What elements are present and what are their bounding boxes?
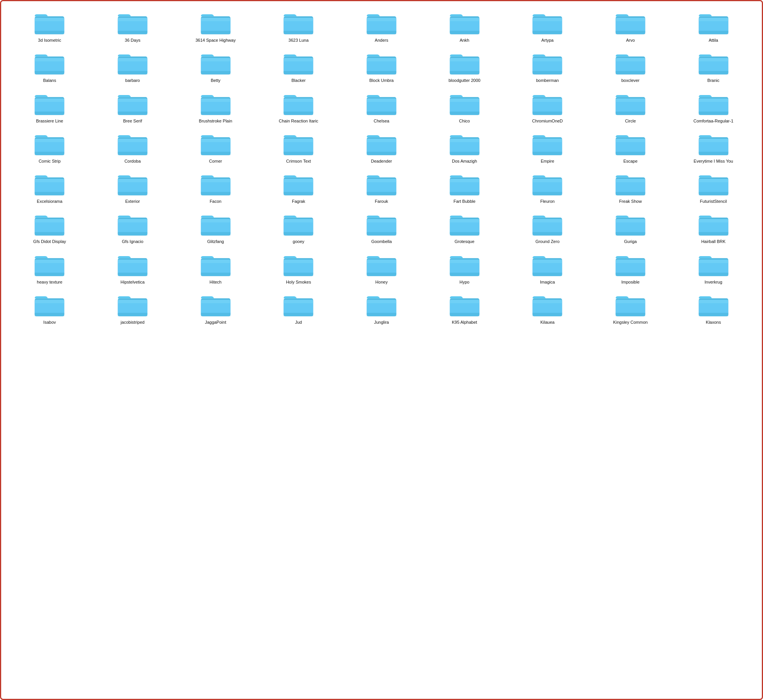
folder-item[interactable]: Excelsiorama [9, 170, 90, 206]
folder-item[interactable]: Empire [507, 130, 588, 166]
folder-icon [698, 92, 729, 117]
svg-rect-42 [118, 58, 147, 61]
svg-rect-115 [118, 152, 147, 155]
folder-item[interactable]: Klaxons [673, 291, 754, 327]
folder-item[interactable]: 3d Isometric [9, 9, 90, 45]
svg-rect-38 [35, 58, 64, 61]
folder-item[interactable]: Fart Bubble [424, 170, 505, 206]
folder-icon [449, 172, 480, 197]
folder-item[interactable]: Brushstroke Plain [175, 90, 256, 126]
folder-icon [34, 132, 65, 157]
folder-item[interactable]: Blacker [258, 49, 339, 85]
folder-item[interactable]: jacobistriped [92, 291, 174, 327]
folder-item[interactable]: 3614 Space Highway [175, 9, 256, 45]
folder-item[interactable]: Comic Strip [9, 130, 90, 166]
folder-item[interactable]: Isabov [9, 291, 90, 327]
folder-item[interactable]: Imposible [590, 251, 671, 287]
folder-icon [117, 132, 148, 157]
folder-item[interactable]: Exterior [92, 170, 174, 206]
folder-item[interactable]: Cordoba [92, 130, 174, 166]
folder-item[interactable]: heavy texture [9, 251, 90, 287]
folder-item[interactable]: Hitech [175, 251, 256, 287]
folder-item[interactable]: gooey [258, 210, 339, 246]
folder-item[interactable]: Kilauea [507, 291, 588, 327]
folder-icon [449, 92, 480, 117]
folder-item[interactable]: Dos Amazigh [424, 130, 505, 166]
folder-item[interactable]: Circle [590, 90, 671, 126]
folder-item[interactable]: Imagica [507, 251, 588, 287]
folder-label: Exterior [125, 199, 140, 204]
folder-label: Ankh [460, 37, 469, 43]
folder-item[interactable]: JaggaPoint [175, 291, 256, 327]
folder-item[interactable]: Arvo [590, 9, 671, 45]
folder-item[interactable]: Branic [673, 49, 754, 85]
folder-item[interactable]: Brassiere Line [9, 90, 90, 126]
folder-item[interactable]: K95 Alphabet [424, 291, 505, 327]
folder-item[interactable]: Hipstelvetica [92, 251, 174, 287]
folder-item[interactable]: Honey [341, 251, 422, 287]
folder-item[interactable]: Fleuron [507, 170, 588, 206]
folder-label: Blacker [291, 78, 306, 83]
folder-label: heavy texture [37, 279, 62, 285]
folder-item[interactable]: Inverkrug [673, 251, 754, 287]
folder-item[interactable]: Crimson Text [258, 130, 339, 166]
folder-item[interactable]: Chico [424, 90, 505, 126]
folder-label: bloodgutter 2000 [448, 78, 480, 83]
svg-rect-6 [118, 18, 147, 21]
folder-item[interactable]: Farouk [341, 170, 422, 206]
folder-item[interactable]: Betty [175, 49, 256, 85]
folder-item[interactable]: ChromiumOneD [507, 90, 588, 126]
folder-item[interactable]: Balans [9, 49, 90, 85]
folder-item[interactable]: Hypo [424, 251, 505, 287]
folder-item[interactable]: Artypa [507, 9, 588, 45]
svg-rect-51 [284, 71, 313, 75]
folder-item[interactable]: Goombella [341, 210, 422, 246]
folder-label: Guriga [624, 239, 637, 244]
folder-label: Inverkrug [705, 279, 722, 285]
folder-item[interactable]: Kingsley Common [590, 291, 671, 327]
folder-item[interactable]: Corner [175, 130, 256, 166]
folder-item[interactable]: Chain Reaction Itaric [258, 90, 339, 126]
folder-item[interactable]: Guriga [590, 210, 671, 246]
folder-item[interactable]: Chelsea [341, 90, 422, 126]
folder-item[interactable]: 3623 Luna [258, 9, 339, 45]
folder-item[interactable]: Comfortaa-Regular-1 [673, 90, 754, 126]
folder-item[interactable]: bomberman [507, 49, 588, 85]
folder-item[interactable]: FuturistStencil [673, 170, 754, 206]
folder-icon [200, 293, 231, 318]
folder-item[interactable]: Escape [590, 130, 671, 166]
folder-item[interactable]: Fagrak [258, 170, 339, 206]
svg-rect-182 [35, 219, 64, 223]
folder-item[interactable]: Junglira [341, 291, 422, 327]
folder-item[interactable]: Anders [341, 9, 422, 45]
folder-icon [200, 51, 231, 76]
folder-item[interactable]: Freak Show [590, 170, 671, 206]
folder-item[interactable]: 36 Days [92, 9, 174, 45]
folder-item[interactable]: Holy Smokes [258, 251, 339, 287]
folder-icon [615, 51, 646, 76]
folder-item[interactable]: Gfs Didot Display [9, 210, 90, 246]
folder-item[interactable]: Grotesque [424, 210, 505, 246]
folder-item[interactable]: Facon [175, 170, 256, 206]
folder-icon [698, 51, 729, 76]
folder-item[interactable]: Block Umbra [341, 49, 422, 85]
folder-item[interactable]: Ankh [424, 9, 505, 45]
folder-item[interactable]: Ground Zero [507, 210, 588, 246]
folder-item[interactable]: Glitzfang [175, 210, 256, 246]
folder-icon [366, 293, 397, 318]
folder-icon [34, 11, 65, 36]
folder-item[interactable]: Gfs Ignacio [92, 210, 174, 246]
folder-item[interactable]: Deadender [341, 130, 422, 166]
svg-rect-107 [698, 111, 728, 115]
folder-item[interactable]: Bree Serif [92, 90, 174, 126]
folder-item[interactable]: Attila [673, 9, 754, 45]
folder-item[interactable]: boxclever [590, 49, 671, 85]
folder-label: Klaxons [706, 319, 721, 325]
folder-item[interactable]: bloodgutter 2000 [424, 49, 505, 85]
folder-item[interactable]: Jud [258, 291, 339, 327]
folder-item[interactable]: Everytime I Miss You [673, 130, 754, 166]
folder-item[interactable]: Hairball BRK [673, 210, 754, 246]
svg-rect-39 [35, 71, 64, 75]
folder-label: Holy Smokes [286, 279, 311, 285]
folder-item[interactable]: barbaro [92, 49, 174, 85]
